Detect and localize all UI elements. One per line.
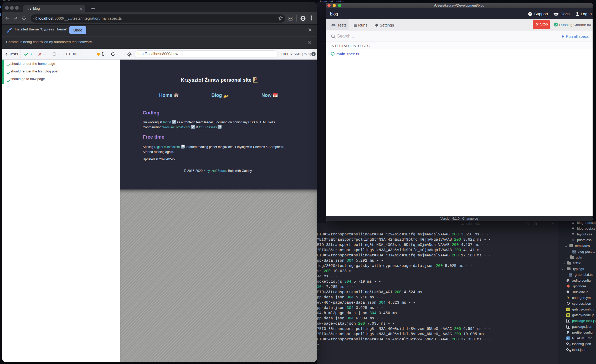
svg-text:17: 17 <box>274 95 277 97</box>
